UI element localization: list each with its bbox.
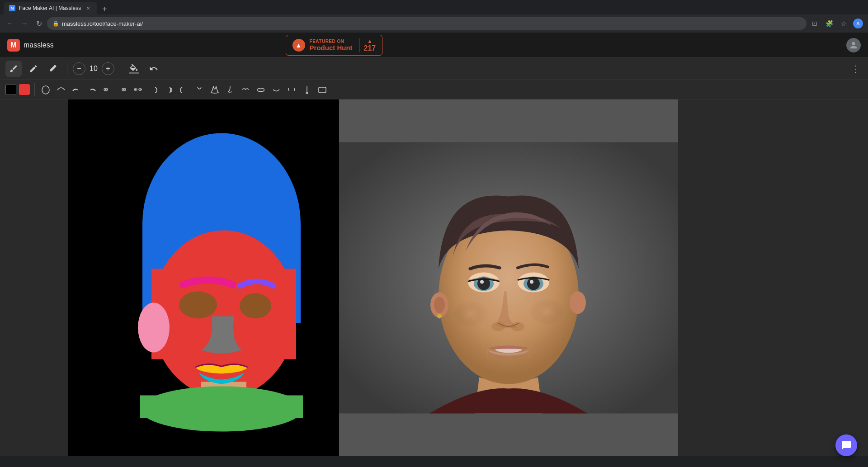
bookmark-icon[interactable]: ☆ (837, 17, 850, 30)
user-avatar[interactable] (846, 38, 861, 52)
logo-text: massless (24, 41, 54, 49)
logo: M massless (7, 39, 54, 52)
app-header: M massless ▲ FEATURED ON Product Hunt ▲ … (0, 33, 868, 58)
svg-point-26 (570, 292, 586, 314)
face-oval-icon[interactable] (39, 83, 52, 96)
back-button[interactable]: ← (4, 17, 16, 30)
face-drawing-svg (68, 99, 339, 456)
jaw-icon[interactable] (316, 83, 329, 96)
reload-button[interactable]: ↻ (33, 17, 45, 30)
tab-close-button[interactable]: ✕ (85, 5, 92, 12)
ph-text: FEATURED ON Product Hunt (310, 39, 353, 52)
nose-drop-icon[interactable] (301, 83, 313, 96)
size-increase-button[interactable]: + (102, 62, 114, 75)
active-tab[interactable]: M Face Maker AI | Massless ✕ (4, 2, 97, 14)
svg-point-8 (140, 89, 141, 90)
new-tab-button[interactable]: + (99, 4, 110, 14)
shape-sep-1 (34, 83, 35, 96)
tool-separator-1 (67, 62, 67, 75)
left-sidebar (0, 99, 68, 456)
drawing-toolbar: − 10 + ⋮ (0, 58, 868, 80)
profile-icon[interactable]: A (852, 17, 864, 30)
logo-mark: M (7, 39, 20, 52)
drawing-canvas[interactable] (68, 99, 339, 456)
svg-point-4 (123, 89, 125, 90)
size-value: 10 (88, 65, 99, 73)
svg-point-33 (527, 278, 540, 290)
pencil-tool-button[interactable] (45, 61, 61, 77)
nose-full-icon[interactable] (208, 83, 221, 96)
svg-point-20 (240, 293, 271, 319)
svg-point-38 (529, 298, 565, 325)
lips-bottom-icon[interactable] (270, 83, 283, 96)
ph-featured-label: FEATURED ON (310, 39, 353, 44)
svg-point-19 (179, 292, 217, 319)
svg-point-34 (530, 280, 533, 284)
svg-rect-9 (319, 87, 326, 93)
browser-chrome: M Face Maker AI | Massless ✕ + ← → ↻ 🔒 m… (0, 0, 868, 33)
color-black[interactable] (5, 84, 16, 95)
hair-top-icon[interactable] (55, 83, 67, 96)
ph-name: Product Hunt (310, 44, 353, 52)
lips-top-icon[interactable] (239, 83, 252, 96)
ear-detail-icon[interactable] (162, 83, 175, 96)
tool-separator-2 (120, 62, 120, 75)
extensions-icon[interactable]: 🧩 (823, 17, 835, 30)
ph-number: 217 (364, 44, 376, 52)
ph-icon: ▲ (292, 39, 305, 52)
canvas-area (0, 99, 868, 456)
svg-point-25 (437, 314, 442, 319)
svg-point-6 (135, 89, 136, 90)
chat-fab-button[interactable] (835, 434, 857, 456)
size-decrease-button[interactable]: − (73, 62, 85, 75)
pen-tool-button[interactable] (25, 61, 42, 77)
nose-top-icon[interactable] (193, 83, 206, 96)
svg-point-30 (480, 280, 484, 284)
eye-left-icon[interactable] (101, 83, 113, 96)
more-options-button[interactable]: ⋮ (848, 61, 863, 76)
nav-bar: ← → ↻ 🔒 massless.io/tool/face-maker-ai/ … (0, 14, 868, 33)
app-bar-right (846, 38, 861, 52)
undo-button[interactable] (146, 61, 162, 77)
eye-right-icon[interactable] (116, 83, 129, 96)
ear-right-icon[interactable] (147, 83, 160, 96)
svg-point-15 (138, 303, 170, 353)
photo-area (339, 99, 678, 456)
tab-title: Face Maker AI | Massless (19, 5, 81, 11)
ear-left-icon[interactable] (178, 83, 190, 96)
size-controls: − 10 + (73, 62, 114, 75)
address-text: massless.io/tool/face-maker-ai/ (62, 20, 143, 27)
generated-face-photo (339, 99, 678, 456)
address-bar[interactable]: 🔒 massless.io/tool/face-maker-ai/ (47, 17, 807, 30)
cast-icon[interactable]: ⊡ (808, 17, 821, 30)
eyebrow-right-icon[interactable] (85, 83, 98, 96)
eyes-both-icon[interactable] (132, 83, 144, 96)
color-red[interactable] (19, 84, 30, 95)
svg-point-24 (434, 297, 445, 313)
right-sidebar (678, 99, 746, 456)
lock-icon: 🔒 (52, 20, 59, 27)
nose-side-icon[interactable] (224, 83, 236, 96)
lips-full-icon[interactable] (255, 83, 267, 96)
smile-icon[interactable] (285, 83, 298, 96)
shape-toolbar (0, 80, 868, 99)
svg-point-0 (42, 86, 49, 94)
tab-favicon: M (9, 5, 15, 11)
eyebrow-left-icon[interactable] (70, 83, 83, 96)
svg-point-37 (452, 301, 488, 328)
ph-vote-count: ▲ 217 (359, 38, 376, 52)
ph-arrow: ▲ (367, 38, 373, 44)
brush-tool-button[interactable] (5, 61, 22, 77)
forward-button[interactable]: → (18, 17, 31, 30)
fill-tool-button[interactable] (126, 61, 142, 77)
tab-bar: M Face Maker AI | Massless ✕ + (0, 0, 868, 14)
product-hunt-badge[interactable]: ▲ FEATURED ON Product Hunt ▲ 217 (286, 35, 383, 56)
svg-point-2 (105, 89, 107, 90)
svg-rect-18 (140, 396, 303, 418)
